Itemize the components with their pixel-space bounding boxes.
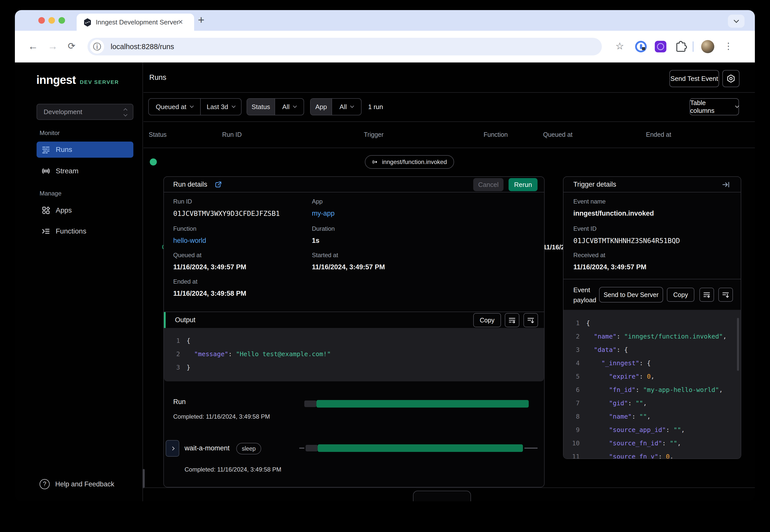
- cancel-button[interactable]: Cancel: [473, 178, 503, 191]
- step-tick-left: [299, 448, 304, 449]
- external-link-icon[interactable]: [214, 181, 222, 188]
- app-filter-dropdown[interactable]: All: [332, 99, 361, 115]
- select-updown-icon: [124, 109, 127, 116]
- run-timeline-bar[interactable]: [316, 400, 529, 408]
- reload-icon[interactable]: ⟳: [68, 31, 75, 62]
- payload-wrap-lines-button[interactable]: [699, 288, 714, 302]
- close-window-button[interactable]: [38, 17, 45, 24]
- run-details-title: Run details: [173, 177, 207, 192]
- send-test-event-button[interactable]: Send Test Event: [669, 70, 719, 87]
- browser-toolbar: ← → ⟳ ⓘ localhost:8288/runs ☆ ⋮: [15, 31, 755, 63]
- started-at-label: Started at: [312, 252, 338, 259]
- inngest-favicon: [83, 18, 92, 27]
- event-broadcast-icon: [372, 159, 378, 165]
- back-icon[interactable]: ←: [28, 31, 38, 62]
- browser-tab[interactable]: Inngest Development Server ×: [77, 14, 194, 31]
- rerun-button[interactable]: Rerun: [508, 178, 537, 191]
- settings-button[interactable]: [722, 70, 740, 87]
- password-extension-icon[interactable]: [635, 41, 647, 52]
- content-bottom-divider: [143, 487, 755, 488]
- event-name-value: inngest/function.invoked: [573, 210, 654, 217]
- browser-window: Inngest Development Server × + ← → ⟳ ⓘ l…: [15, 10, 755, 501]
- chevron-down-icon: [735, 104, 739, 108]
- time-filter-group: Queued at Last 3d: [148, 98, 242, 115]
- column-header-status: Status: [149, 121, 167, 148]
- received-at-label: Received at: [573, 252, 606, 259]
- address-bar[interactable]: ⓘ localhost:8288/runs: [87, 38, 602, 55]
- help-icon: ?: [40, 479, 50, 489]
- function-label: Function: [173, 225, 197, 232]
- function-link[interactable]: hello-world: [173, 237, 206, 245]
- run-id-label: Run ID: [173, 198, 192, 205]
- scroll-down-icon: [527, 316, 534, 324]
- forward-icon[interactable]: →: [48, 31, 58, 62]
- chevron-down-icon: [350, 104, 354, 108]
- status-filter-dropdown[interactable]: All: [275, 99, 304, 115]
- ended-at-label: Ended at: [173, 278, 198, 285]
- app-filter-label: App: [311, 99, 332, 115]
- zoom-window-button[interactable]: [58, 17, 65, 24]
- time-field-dropdown[interactable]: Queued at: [149, 99, 200, 115]
- send-to-dev-server-button[interactable]: Send to Dev Server: [599, 287, 663, 303]
- output-section-header: Output Copy: [164, 312, 544, 328]
- environment-selector[interactable]: Development: [37, 104, 133, 120]
- output-copy-button[interactable]: Copy: [473, 313, 501, 327]
- tab-strip: Inngest Development Server × +: [15, 10, 755, 31]
- browser-menu-kebab-icon[interactable]: ⋮: [724, 31, 733, 62]
- collapse-panel-icon[interactable]: [722, 181, 730, 189]
- output-wrap-lines-button[interactable]: [505, 313, 519, 327]
- tab-close-icon[interactable]: ×: [178, 14, 183, 31]
- new-tab-button[interactable]: +: [198, 10, 205, 31]
- scroll-down-icon: [722, 291, 729, 298]
- trigger-details-header: Trigger details: [563, 177, 741, 192]
- payload-scrollbar-thumb[interactable]: [737, 318, 739, 371]
- run-completed-text: Completed: 11/16/2024, 3:49:58 PM: [173, 413, 270, 420]
- payload-copy-button[interactable]: Copy: [667, 288, 694, 302]
- run-details-header: Run details Cancel Rerun: [164, 177, 544, 192]
- duration-label: Duration: [312, 225, 335, 232]
- purple-extension-icon[interactable]: [655, 41, 666, 52]
- code-line: 4 "_inngest": {: [563, 356, 741, 370]
- output-accent-bar: [164, 312, 166, 328]
- table-columns-button[interactable]: Table columns: [690, 98, 739, 115]
- site-info-icon[interactable]: ⓘ: [90, 40, 104, 54]
- step-expand-button[interactable]: [166, 440, 179, 457]
- status-filter-label: Status: [247, 99, 275, 115]
- sidebar-item-runs[interactable]: Runs: [37, 142, 133, 158]
- output-expand-button[interactable]: [523, 313, 538, 327]
- step-timeline-bar[interactable]: [318, 444, 523, 452]
- sidebar-item-apps[interactable]: Apps: [37, 202, 133, 218]
- duration-value: 1s: [312, 237, 320, 245]
- partial-button[interactable]: [413, 491, 471, 501]
- trigger-details-panel: Trigger details Event name inngest/funct…: [563, 176, 741, 459]
- code-line: 1{: [164, 334, 544, 347]
- code-line: 5 "expire": 0,: [563, 370, 741, 383]
- profile-avatar[interactable]: [701, 40, 714, 53]
- code-line: 6 "fn_id": "my-app-hello-world",: [563, 383, 741, 396]
- app-link[interactable]: my-app: [312, 210, 335, 217]
- chevron-down-icon: [232, 104, 236, 108]
- apps-icon: [42, 206, 50, 215]
- sidebar-item-stream[interactable]: Stream: [37, 163, 133, 179]
- header-divider: [143, 92, 755, 93]
- minimize-window-button[interactable]: [48, 17, 55, 24]
- sidebar: inngest DEV SERVER Development Monitor R…: [15, 62, 143, 501]
- url-text: localhost:8288/runs: [111, 38, 174, 55]
- sidebar-item-functions[interactable]: Functions: [37, 223, 133, 239]
- step-kind-badge: sleep: [236, 443, 261, 454]
- bookmark-star-icon[interactable]: ☆: [616, 31, 624, 62]
- code-line: 10 "source_fn_id": "",: [563, 437, 741, 450]
- trigger-event-badge[interactable]: inngest/function.invoked: [365, 155, 454, 169]
- code-line: 8 "name": "",: [563, 410, 741, 423]
- extensions-puzzle-icon[interactable]: [675, 40, 687, 53]
- app-filter-group: App All: [310, 98, 362, 115]
- tab-search-chevron-icon[interactable]: [728, 15, 745, 28]
- column-header-function: Function: [483, 121, 508, 148]
- table-row[interactable]: Completed 01JCVBTMV3WXY9D3CFDEJFZSB1 inn…: [143, 148, 755, 176]
- runs-icon: [42, 145, 50, 154]
- payload-expand-button[interactable]: [718, 288, 733, 302]
- help-and-feedback[interactable]: ? Help and Feedback: [40, 477, 114, 491]
- event-payload-header: Event payload Send to Dev Server Copy: [563, 279, 741, 310]
- step-queue-segment: [306, 445, 318, 451]
- time-range-dropdown[interactable]: Last 3d: [200, 99, 241, 115]
